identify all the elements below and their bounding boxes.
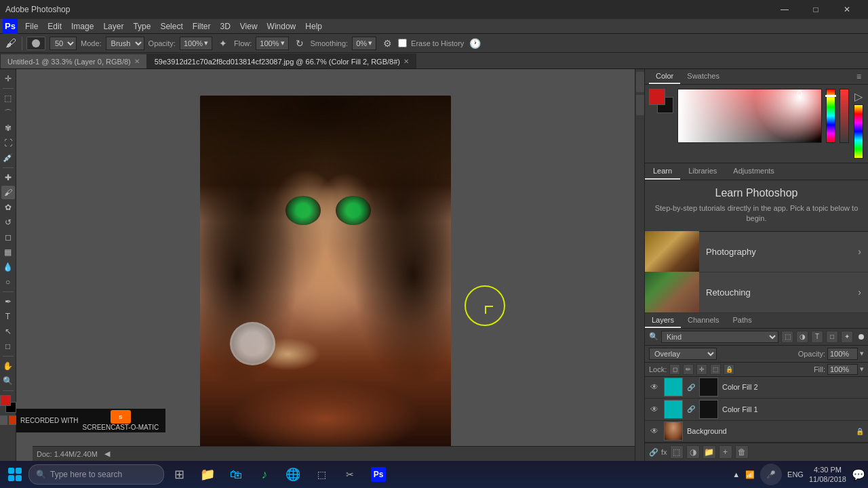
airbrush-icon[interactable]: ✦ bbox=[216, 37, 230, 50]
color-expand-btn[interactable]: ▷ bbox=[853, 89, 864, 104]
opacity-input[interactable] bbox=[827, 348, 858, 360]
type-tool[interactable]: T bbox=[1, 310, 15, 323]
layer-eye-bg[interactable]: 👁 bbox=[649, 426, 660, 436]
layer-color-fill-2[interactable]: 👁 🔗 Color Fill 2 bbox=[645, 377, 868, 399]
tab-photo[interactable]: 59e3912d21c70a2f8cd013814cf23087.jpg @ 6… bbox=[147, 54, 416, 68]
healing-tool[interactable]: ✚ bbox=[1, 171, 15, 184]
brush-tool[interactable]: 🖌 bbox=[1, 186, 15, 199]
layers-tab-layers[interactable]: Layers bbox=[645, 313, 681, 328]
path-select-tool[interactable]: ↖ bbox=[1, 325, 15, 338]
taskbar-snip[interactable]: ✂ bbox=[336, 462, 363, 487]
quick-mask-mode[interactable] bbox=[0, 415, 18, 425]
taskbar-ps[interactable]: Ps bbox=[365, 462, 392, 487]
history-icon[interactable]: 🕐 bbox=[468, 37, 481, 50]
tab-photo-close[interactable]: ✕ bbox=[403, 58, 409, 65]
hand-tool[interactable]: ✋ bbox=[1, 359, 15, 373]
flow-value[interactable]: 100% ▾ bbox=[256, 37, 288, 50]
tutorial-retouching-arrow[interactable]: › bbox=[858, 287, 868, 298]
notifications-icon[interactable]: 💬 bbox=[852, 468, 865, 481]
layer-eye-1[interactable]: 👁 bbox=[649, 404, 660, 415]
learn-tab-libraries[interactable]: Libraries bbox=[680, 163, 725, 180]
menu-edit[interactable]: Edit bbox=[43, 20, 66, 33]
smoothing-value[interactable]: 0% ▾ bbox=[352, 37, 376, 50]
fg-bg-color[interactable] bbox=[0, 395, 16, 413]
fg-bg-swatches[interactable] bbox=[649, 89, 673, 113]
brush-preset-icon[interactable] bbox=[26, 37, 45, 50]
move-tool[interactable]: ✛ bbox=[1, 72, 15, 85]
layer-chain-2[interactable]: 🔗 bbox=[687, 384, 695, 391]
zoom-tool[interactable]: 🔍 bbox=[1, 374, 15, 388]
menu-window[interactable]: Window bbox=[262, 20, 301, 33]
menu-image[interactable]: Image bbox=[66, 20, 98, 33]
mode-select[interactable]: Brush bbox=[106, 37, 144, 50]
add-mask-btn[interactable]: ⬚ bbox=[670, 445, 684, 459]
mic-button[interactable]: 🎤 bbox=[760, 464, 782, 485]
filter-pixel-btn[interactable]: ⬚ bbox=[781, 331, 793, 343]
layer-eye-2[interactable]: 👁 bbox=[649, 382, 660, 392]
dodge-tool[interactable]: ○ bbox=[1, 275, 15, 289]
taskbar-chrome[interactable]: 🌐 bbox=[279, 462, 307, 487]
menu-view[interactable]: View bbox=[235, 20, 262, 33]
menu-filter[interactable]: Filter bbox=[188, 20, 216, 33]
filter-adj-btn[interactable]: ◑ bbox=[796, 331, 808, 343]
layer-chain-1[interactable]: 🔗 bbox=[687, 405, 695, 413]
tutorial-retouching[interactable]: Retouching › bbox=[645, 272, 868, 313]
delete-layer-btn[interactable]: 🗑 bbox=[735, 445, 749, 459]
learn-tab-learn[interactable]: Learn bbox=[645, 163, 680, 180]
adjustment-layer-btn[interactable]: ◑ bbox=[686, 445, 700, 459]
crop-tool[interactable]: ⛶ bbox=[1, 136, 15, 150]
minimize-button[interactable]: — bbox=[769, 0, 800, 19]
eyedropper-tool[interactable]: 💉 bbox=[1, 151, 15, 165]
blur-tool[interactable]: 💧 bbox=[1, 260, 15, 274]
layer-kind-select[interactable]: Kind bbox=[661, 331, 778, 343]
blend-mode-select[interactable]: Overlay bbox=[649, 348, 717, 360]
taskbar-spotify[interactable]: ♪ bbox=[251, 462, 278, 487]
tab-color[interactable]: Color bbox=[649, 69, 680, 84]
tab-swatches[interactable]: Swatches bbox=[680, 69, 726, 84]
opacity-dropdown-icon[interactable]: ▾ bbox=[860, 349, 864, 358]
filter-type-btn[interactable]: T bbox=[811, 331, 823, 343]
tab-untitled[interactable]: Untitled-1 @ 33.3% (Layer 0, RGB/8) ✕ bbox=[0, 54, 147, 68]
taskbar-search[interactable]: 🔍 Type here to search bbox=[28, 464, 164, 485]
lock-position-btn[interactable]: ✛ bbox=[696, 364, 707, 375]
filter-smart-btn[interactable]: ✦ bbox=[841, 331, 853, 343]
canvas-area[interactable]: Doc: 1.44M/2.40M ◀ RECORDED WITH S SCREE… bbox=[16, 69, 635, 461]
taskbar-store[interactable]: 🛍 bbox=[222, 462, 250, 487]
fill-input[interactable] bbox=[827, 364, 858, 375]
close-button[interactable]: ✕ bbox=[831, 0, 863, 19]
panel-strip-btn-1[interactable] bbox=[636, 72, 644, 92]
maximize-button[interactable]: □ bbox=[800, 0, 831, 19]
lock-all-btn[interactable]: 🔒 bbox=[724, 364, 734, 375]
tutorial-photography[interactable]: Photography › bbox=[645, 232, 868, 272]
network-icon[interactable]: 📶 bbox=[745, 470, 755, 479]
tab-untitled-close[interactable]: ✕ bbox=[134, 58, 140, 65]
eraser-tool[interactable]: ◻ bbox=[1, 230, 15, 244]
filter-shape-btn[interactable]: □ bbox=[826, 331, 838, 343]
new-layer-btn[interactable]: + bbox=[719, 445, 732, 459]
normal-mode-icon[interactable] bbox=[0, 415, 7, 425]
lock-transparent-btn[interactable]: ◻ bbox=[669, 364, 680, 375]
color-hue-strip[interactable] bbox=[826, 89, 835, 143]
color-opacity-strip[interactable] bbox=[840, 89, 849, 143]
menu-3d[interactable]: 3D bbox=[215, 20, 235, 33]
menu-help[interactable]: Help bbox=[300, 20, 327, 33]
menu-file[interactable]: File bbox=[20, 20, 43, 33]
shape-tool[interactable]: □ bbox=[1, 340, 15, 353]
taskbar-explorer[interactable]: 📁 bbox=[194, 462, 221, 487]
panel-strip-btn-2[interactable] bbox=[636, 95, 644, 115]
layer-background[interactable]: 👁 Background 🔒 bbox=[645, 421, 868, 443]
smoothing-icon[interactable]: ⚙ bbox=[380, 37, 394, 50]
pen-tool[interactable]: ✒ bbox=[1, 295, 15, 308]
start-button[interactable] bbox=[3, 462, 27, 487]
stamp-tool[interactable]: ✿ bbox=[1, 201, 15, 214]
fg-color-box[interactable] bbox=[649, 89, 665, 105]
lock-pixels-btn[interactable]: ✏ bbox=[683, 364, 694, 375]
history-brush-tool[interactable]: ↺ bbox=[1, 216, 15, 229]
layer-color-fill-1[interactable]: 👁 🔗 Color Fill 1 bbox=[645, 399, 868, 420]
layers-tab-channels[interactable]: Channels bbox=[681, 313, 726, 328]
marquee-tool[interactable]: ⬚ bbox=[1, 92, 15, 105]
sys-tray-up-icon[interactable]: ▲ bbox=[732, 470, 740, 479]
menu-select[interactable]: Select bbox=[155, 20, 187, 33]
gradient-tool[interactable]: ▦ bbox=[1, 245, 15, 259]
fg-color-swatch[interactable] bbox=[0, 395, 11, 406]
